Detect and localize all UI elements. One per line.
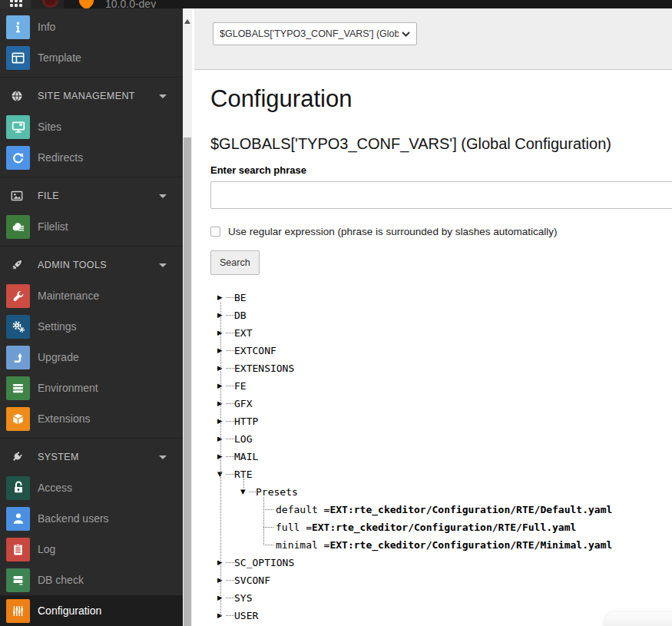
sidebar-item-configuration[interactable]: Configuration (0, 595, 183, 626)
sidebar-item-sites[interactable]: Sites (0, 111, 183, 142)
version-label: 10.0.0-dev (105, 0, 156, 8)
chevron-down-icon (159, 455, 167, 459)
caret-collapsed-icon[interactable]: ▶ (217, 400, 226, 407)
module-menu: Info Template SITE MANAGEMENT Sites (0, 8, 183, 626)
caret-expanded-icon[interactable]: ▼ (240, 489, 249, 495)
tree-node-http: ▶HTTP (192, 412, 672, 430)
caret-collapsed-icon[interactable]: ▶ (217, 612, 226, 619)
chevron-down-icon (159, 194, 167, 198)
sidebar-item-label: Configuration (38, 604, 101, 617)
apps-grid-icon[interactable] (10, 0, 23, 7)
globe-icon (11, 90, 23, 102)
scrollbar-thumb[interactable] (184, 137, 191, 626)
sidebar-item-maintenance[interactable]: Maintenance (0, 280, 183, 311)
page-title: Configuration (210, 85, 352, 113)
gears-icon (6, 315, 30, 339)
sidebar-item-label: Backend users (38, 512, 109, 525)
sidebar-item-label: DB check (38, 574, 84, 586)
sidebar-item-redirects[interactable]: Redirects (0, 142, 183, 173)
caret-collapsed-icon[interactable]: ▶ (217, 294, 226, 301)
module-function-dropdown[interactable]: $GLOBALS['TYPO3_CONF_VARS'] (Global Conf… (213, 22, 417, 45)
sidebar-item-template[interactable]: Template (0, 42, 183, 73)
caret-collapsed-icon[interactable]: ▶ (217, 312, 226, 319)
sidebar-item-upgrade[interactable]: Upgrade (0, 342, 183, 373)
module-group-system: SYSTEM Access Backend users Log DB ch (0, 438, 183, 626)
section-label: ADMIN TOOLS (38, 260, 159, 270)
subtitle: $GLOBALS['TYPO3_CONF_VARS'] (Global Conf… (210, 135, 611, 153)
sidebar-item-settings[interactable]: Settings (0, 311, 183, 342)
upgrade-arrow-icon (6, 346, 30, 369)
regex-checkbox[interactable] (210, 227, 220, 237)
sidebar-item-label: Info (38, 21, 55, 33)
tree-node-gfx: ▶GFX (192, 395, 672, 412)
sidebar-item-info[interactable]: Info (0, 12, 183, 42)
unlock-icon (6, 476, 30, 500)
scrollbar[interactable] (183, 8, 192, 626)
rocket-icon (11, 259, 23, 271)
dropdown-selected-value: $GLOBALS['TYPO3_CONF_VARS'] (Global Conf… (220, 28, 399, 39)
redirects-icon (6, 146, 30, 170)
sidebar-item-label: Settings (38, 320, 77, 333)
configuration-tree: ▶BE ▶DB ▶EXT ▶EXTCONF ▶EXTENSIONS ▶FE ▶G… (192, 289, 672, 624)
search-button[interactable]: Search (210, 250, 260, 275)
module-group-file: FILE Filelist (0, 177, 183, 246)
sidebar-item-environment[interactable]: Environment (0, 373, 183, 403)
caret-collapsed-icon[interactable]: ▶ (217, 453, 226, 460)
tree-node-log: ▶LOG (192, 430, 672, 448)
sidebar-item-label: Redirects (38, 151, 83, 164)
sidebar-section-system[interactable]: SYSTEM (0, 442, 183, 472)
wrench-icon (6, 284, 30, 308)
image-icon (11, 190, 23, 202)
tree-node-ext: ▶EXT (192, 324, 672, 342)
caret-collapsed-icon[interactable]: ▶ (217, 559, 226, 566)
info-icon (6, 15, 30, 39)
sidebar-item-label: Upgrade (38, 351, 79, 363)
sidebar-item-log[interactable]: Log (0, 534, 183, 565)
search-input[interactable] (210, 181, 672, 209)
caret-collapsed-icon[interactable]: ▶ (217, 418, 226, 425)
sidebar-item-label: Log (38, 543, 55, 555)
plug-icon (11, 451, 23, 463)
scrollbar-up-arrow[interactable] (184, 19, 190, 24)
caret-collapsed-icon[interactable]: ▶ (217, 577, 226, 584)
tree-node-rte: ▼RTE (192, 465, 672, 483)
sidebar-item-label: Sites (38, 121, 61, 133)
module-group-site-management: SITE MANAGEMENT Sites Redirects (0, 77, 183, 177)
tree-node-mail: ▶MAIL (192, 448, 672, 465)
sidebar-item-label: Access (38, 482, 72, 494)
caret-collapsed-icon[interactable]: ▶ (217, 330, 226, 336)
caret-collapsed-icon[interactable]: ▶ (217, 595, 226, 601)
tree-node-svconf: ▶SVCONF (192, 571, 672, 589)
caret-collapsed-icon[interactable]: ▶ (217, 365, 226, 372)
filelist-icon (6, 215, 30, 239)
section-label: FILE (38, 190, 159, 201)
caret-expanded-icon[interactable]: ▼ (217, 471, 226, 478)
sidebar-section-site-management[interactable]: SITE MANAGEMENT (0, 81, 183, 111)
topbar: 10.0.0-dev (0, 0, 672, 8)
sidebar-item-db-check[interactable]: DB check (0, 565, 183, 595)
tree-node-user: ▶USER (192, 607, 672, 624)
sidebar-section-admin-tools[interactable]: ADMIN TOOLS (0, 250, 183, 280)
regex-checkbox-label: Use regular expression (phrase is surrou… (228, 226, 557, 237)
tree-connector-line (220, 302, 221, 616)
sidebar-item-extensions[interactable]: Extensions (0, 403, 183, 434)
section-label: SYSTEM (38, 452, 159, 462)
tree-node-extconf: ▶EXTCONF (192, 342, 672, 359)
sidebar-item-backend-users[interactable]: Backend users (0, 503, 183, 534)
tree-connector-line (263, 497, 264, 545)
sidebar-section-file[interactable]: FILE (0, 181, 183, 211)
sidebar-item-label: Environment (38, 382, 98, 394)
caret-collapsed-icon[interactable]: ▶ (217, 347, 226, 354)
sidebar-item-access[interactable]: Access (0, 472, 183, 503)
cube-icon (6, 407, 30, 431)
caret-collapsed-icon[interactable]: ▶ (217, 436, 226, 442)
sidebar-item-filelist[interactable]: Filelist (0, 211, 183, 242)
sidebar-item-label: Filelist (38, 220, 68, 233)
user-icon (6, 507, 30, 531)
chevron-down-icon (159, 263, 167, 267)
tree-node-fe: ▶FE (192, 377, 672, 395)
tree-node-db: ▶DB (192, 306, 672, 324)
content-area: $GLOBALS['TYPO3_CONF_VARS'] (Global Conf… (192, 8, 672, 626)
search-label: Enter search phrase (210, 164, 306, 176)
caret-collapsed-icon[interactable]: ▶ (217, 383, 226, 389)
